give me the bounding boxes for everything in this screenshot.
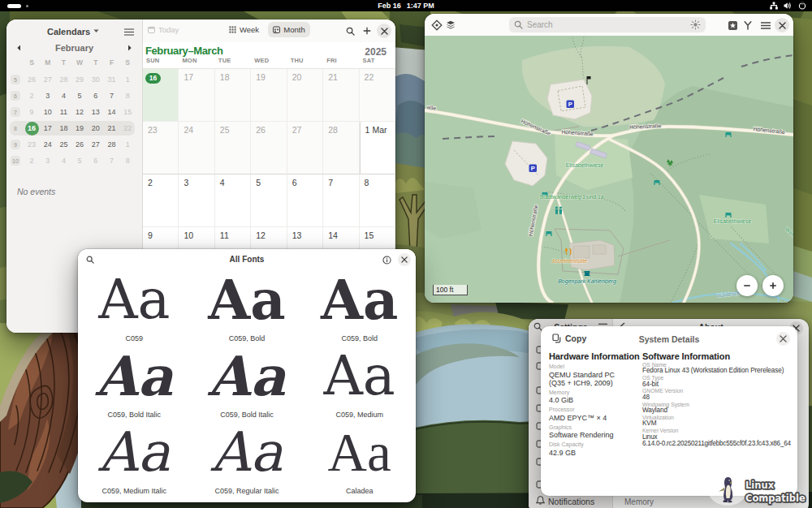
- previous-month-button[interactable]: [11, 41, 26, 54]
- mini-day[interactable]: 15: [119, 104, 136, 120]
- month-view-button[interactable]: Month: [268, 22, 310, 37]
- next-month-button[interactable]: [123, 41, 137, 54]
- mini-day[interactable]: 6: [88, 153, 104, 169]
- font-tile[interactable]: AaC059, Regular Italic: [191, 423, 304, 499]
- day-cell[interactable]: 27: [287, 122, 323, 174]
- maps-search-field[interactable]: Search: [509, 17, 706, 32]
- route-button[interactable]: [741, 18, 755, 32]
- maps-close-button[interactable]: [775, 18, 789, 32]
- dialog-close-button[interactable]: [776, 332, 790, 346]
- mini-day[interactable]: 14: [104, 104, 120, 120]
- day-cell[interactable]: 2: [143, 174, 179, 227]
- mini-day[interactable]: 1: [119, 136, 136, 153]
- maps-window: Search: [425, 14, 793, 303]
- mini-day[interactable]: 2: [24, 153, 40, 169]
- day-cell[interactable]: 21: [323, 69, 359, 122]
- mini-day[interactable]: 11: [55, 104, 71, 120]
- day-cell[interactable]: 5: [251, 174, 287, 227]
- day-cell[interactable]: 6: [287, 174, 323, 227]
- font-tile[interactable]: AaC059, Bold Italic: [191, 347, 304, 423]
- mini-day[interactable]: 26: [24, 71, 40, 88]
- day-cell[interactable]: 17: [179, 69, 214, 122]
- favorites-button[interactable]: [725, 18, 740, 32]
- fonts-close-button[interactable]: [398, 253, 411, 266]
- zoom-out-button[interactable]: [736, 275, 758, 296]
- day-cell[interactable]: 23: [143, 122, 179, 174]
- mini-day[interactable]: 12: [71, 104, 88, 120]
- mini-day[interactable]: 4: [55, 88, 71, 104]
- day-cell[interactable]: 24: [179, 122, 214, 174]
- mini-day[interactable]: 23: [24, 136, 40, 153]
- go-to-location-button[interactable]: [430, 18, 444, 32]
- mini-day[interactable]: 3: [40, 153, 56, 169]
- mini-day[interactable]: 26: [71, 136, 88, 153]
- mini-day[interactable]: 29: [71, 71, 88, 88]
- mini-day[interactable]: 27: [40, 71, 56, 88]
- mini-day[interactable]: 10: [40, 104, 56, 120]
- mini-day[interactable]: 22: [119, 120, 136, 136]
- font-tile[interactable]: AaC059, Bold Italic: [78, 347, 191, 423]
- mini-day[interactable]: 7: [104, 153, 120, 169]
- mini-day[interactable]: 8: [119, 153, 136, 169]
- zoom-in-button[interactable]: [762, 275, 784, 296]
- mini-day[interactable]: 5: [71, 88, 88, 104]
- day-cell[interactable]: 8: [360, 174, 395, 227]
- map-canvas[interactable]: P P: [425, 36, 793, 303]
- day-cell[interactable]: 26: [251, 122, 287, 174]
- calendar-search-button[interactable]: [343, 24, 357, 38]
- mini-day[interactable]: 20: [88, 120, 104, 136]
- font-tile[interactable]: AaC059, Medium: [303, 347, 416, 423]
- mini-calendar-nav: February: [11, 41, 137, 55]
- calendars-dropdown-button[interactable]: Calendars: [42, 24, 104, 38]
- day-cell-today[interactable]: 16: [143, 69, 179, 122]
- mini-day[interactable]: 6: [88, 88, 104, 104]
- day-cell[interactable]: 20: [287, 69, 323, 122]
- day-cell[interactable]: 1Mar: [360, 122, 395, 174]
- day-cell[interactable]: 28: [323, 122, 359, 174]
- today-button[interactable]: Today: [146, 22, 180, 37]
- mini-day[interactable]: 28: [104, 136, 120, 153]
- font-tile[interactable]: AaC059, Medium Italic: [78, 423, 191, 499]
- font-tile[interactable]: AaC059, Bold: [191, 270, 304, 347]
- new-event-button[interactable]: [360, 24, 374, 38]
- day-cell[interactable]: 7: [323, 174, 359, 227]
- maps-menu-button[interactable]: [758, 18, 773, 32]
- mini-day[interactable]: 18: [55, 120, 71, 136]
- mini-day[interactable]: 8: [119, 88, 136, 104]
- mini-day[interactable]: 17: [40, 120, 56, 136]
- day-cell[interactable]: 19: [251, 69, 287, 122]
- mini-day[interactable]: 3: [40, 88, 56, 104]
- volume-icon: [784, 2, 793, 10]
- day-cell[interactable]: 25: [215, 122, 251, 174]
- mini-day[interactable]: 21: [104, 120, 120, 136]
- clock-button[interactable]: Feb 16 1:47 PM: [0, 0, 812, 11]
- fonts-info-button[interactable]: [380, 253, 393, 266]
- day-cell[interactable]: 4: [215, 174, 251, 227]
- day-cell[interactable]: 22: [360, 69, 395, 122]
- mini-day[interactable]: 9: [24, 104, 40, 120]
- calendar-close-button[interactable]: [377, 24, 391, 38]
- day-cell[interactable]: 3: [179, 174, 214, 227]
- mini-day[interactable]: 30: [88, 71, 104, 88]
- mini-day[interactable]: 7: [104, 88, 120, 104]
- mini-day[interactable]: 27: [88, 136, 104, 153]
- font-tile[interactable]: AaC059: [78, 270, 191, 347]
- mini-day[interactable]: 13: [88, 104, 104, 120]
- mini-day[interactable]: 2: [24, 88, 40, 104]
- mini-day[interactable]: 24: [40, 136, 56, 153]
- mini-day[interactable]: 19: [71, 120, 88, 136]
- mini-day[interactable]: 5: [71, 153, 88, 169]
- week-view-button[interactable]: Week: [227, 22, 261, 37]
- mini-day-today[interactable]: 16: [24, 120, 40, 136]
- mini-day[interactable]: 4: [55, 153, 71, 169]
- mini-day[interactable]: 28: [55, 71, 71, 88]
- mini-day[interactable]: 31: [104, 71, 120, 88]
- font-tile[interactable]: AaC059, Bold: [303, 270, 416, 347]
- font-tile[interactable]: AaCaladea: [303, 423, 416, 499]
- mini-day[interactable]: 1: [119, 71, 136, 88]
- system-status-area[interactable]: [770, 0, 806, 11]
- layers-button[interactable]: [443, 18, 458, 32]
- calendar-menu-button[interactable]: [123, 25, 136, 38]
- mini-day[interactable]: 25: [55, 136, 71, 153]
- day-cell[interactable]: 18: [215, 69, 251, 122]
